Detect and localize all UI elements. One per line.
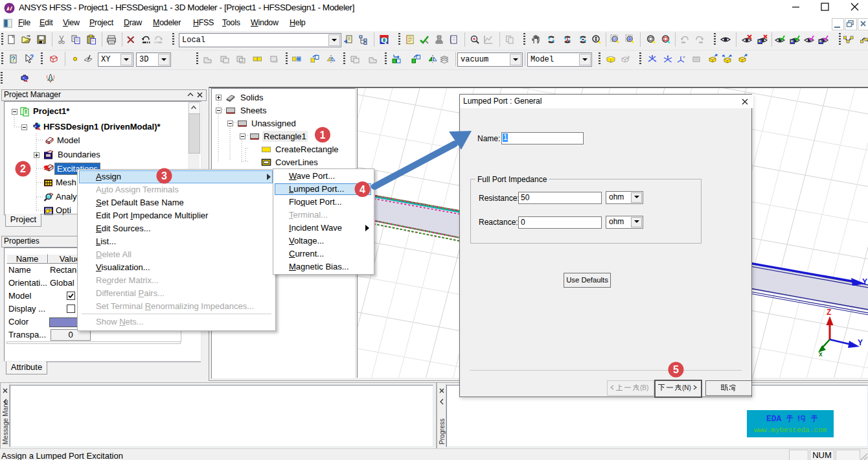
svg-text:EDA: EDA — [766, 414, 782, 423]
svg-text:Q: Q — [381, 35, 387, 45]
svg-text:x: x — [819, 351, 823, 358]
svg-text:Y: Y — [858, 338, 863, 347]
svg-text:(B): (B) — [640, 384, 648, 391]
svg-text:(N): (N) — [682, 384, 691, 391]
svg-text:Message Mana: Message Mana — [2, 400, 9, 444]
svg-text:?: ? — [30, 54, 34, 61]
svg-text:?: ? — [11, 56, 15, 63]
svg-text:Progress: Progress — [439, 419, 446, 444]
svg-text:Z: Z — [827, 308, 831, 317]
svg-text:Y: Y — [862, 277, 867, 286]
